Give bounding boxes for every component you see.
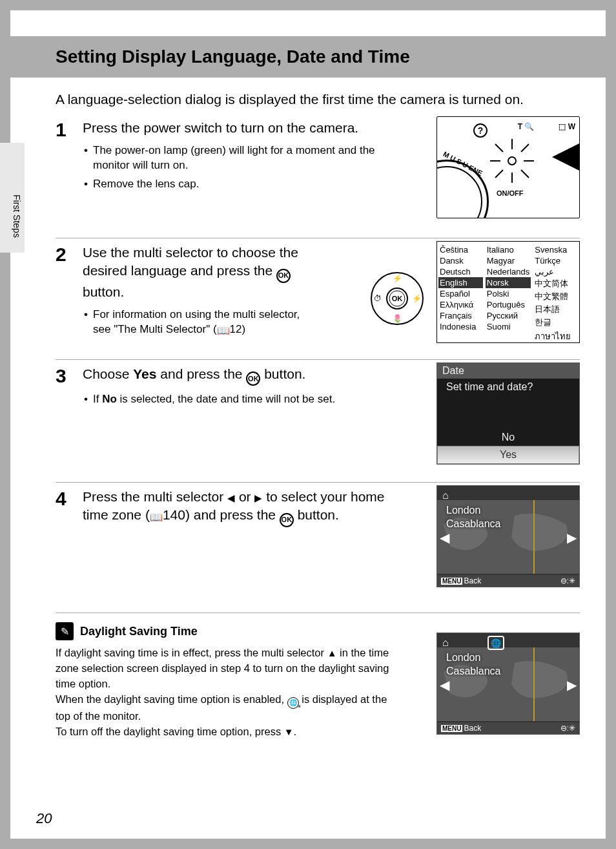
svg-text:⚡: ⚡ [412,293,422,303]
panel-prompt: Set time and date? [437,379,579,395]
lang-option[interactable]: Türkçe [533,255,578,266]
step-number: 1 [56,119,80,229]
svg-point-0 [508,157,516,165]
step-bullet: The power-on lamp (green) will light for… [83,143,393,173]
step-heading: Press the power switch to turn on the ca… [83,119,412,137]
nav-left-icon[interactable]: ◀ [440,530,449,545]
down-triangle-icon: ▼ [284,726,294,737]
svg-text:OK: OK [392,295,403,302]
language-selection-panel: Čeština Dansk Deutsch English Español Ελ… [436,241,580,343]
menu-tag[interactable]: MENU [441,578,462,585]
lang-option[interactable]: Español [438,288,483,299]
dst-globe-icon: 🌐 [287,697,299,709]
step-1: 1 Press the power switch to turn on the … [56,114,580,238]
lang-option[interactable]: Русский [486,310,531,321]
svg-line-5 [495,144,503,152]
daylight-saving-section: ✎ Daylight Saving Time If daylight savin… [56,613,580,755]
svg-line-8 [495,170,503,178]
step-3: 3 Choose Yes and press the OK button. If… [56,359,580,482]
option-yes-selected[interactable]: Yes [437,446,579,464]
section-title: Setting Display Language, Date and Time [56,47,410,67]
lang-option[interactable]: Indonesia [438,321,483,332]
lang-option[interactable]: Svenska [533,244,578,255]
ok-button-icon: OK [246,372,260,386]
svg-text:⚡: ⚡ [393,273,402,283]
timezone-panel-dst: ⌂ 🌐 London Casablanca ◀ ▶ MENUBack ⊖:✳ [436,633,580,735]
page-number: 20 [36,810,52,827]
right-triangle-icon: ▶ [254,492,262,503]
step-bullet: For information on using the multi selec… [83,308,302,338]
manual-ref-icon: 📖 [150,512,163,523]
step-number: 2 [56,244,80,350]
home-icon: ⌂ [442,490,449,501]
note-icon: ✎ [56,622,74,640]
nav-right-icon[interactable]: ▶ [567,530,577,545]
lang-option[interactable]: Polski [486,288,531,299]
svg-text:⏱: ⏱ [374,294,382,303]
lang-option[interactable]: Norsk [486,277,531,288]
lang-option[interactable]: Dansk [438,255,483,266]
lang-option[interactable]: Português [486,299,531,310]
nav-left-icon[interactable]: ◀ [440,677,449,693]
timezone-city: London Casablanca [446,651,501,678]
help-icon: ? [473,123,488,138]
panel-title: Date [437,363,579,379]
lang-option[interactable]: Čeština [438,244,483,255]
ok-button-icon: OK [280,513,294,527]
arrow-left-icon [552,143,580,171]
step-number: 3 [56,365,80,473]
lang-option[interactable]: Italiano [486,244,531,255]
lang-col-1: Čeština Dansk Deutsch English Español Ελ… [437,242,484,342]
lang-option[interactable]: Nederlands [486,266,531,277]
step-bullet: If No is selected, the date and time wil… [83,392,393,407]
left-triangle-icon: ◀ [227,492,235,503]
lang-col-3: Svenska Türkçe عربي 中文简体 中文繁體 日本語 한글 ภาษ… [532,242,579,342]
up-triangle-icon: ▲ [327,647,337,658]
step-4: 4 Press the multi selector ◀ or ▶ to sel… [56,482,580,609]
lang-option[interactable]: Deutsch [438,266,483,277]
intro-text: A language-selection dialog is displayed… [56,92,559,107]
chapter-tab: First Steps [0,143,25,253]
step-2: 2 Use the multi selector to choose the d… [56,238,580,359]
step-heading: Use the multi selector to choose the des… [83,244,328,301]
svg-text:🌷: 🌷 [393,313,402,323]
lang-option[interactable]: 日本語 [533,303,578,316]
multi-selector-illustration: OK ⚡ 🌷 ⏱ ⚡ [369,271,425,326]
timezone-panel: ⌂ London Casablanca ◀ ▶ MENUBack ⊖:✳ [436,485,580,587]
option-no[interactable]: No [437,429,579,446]
dst-enabled-icon: 🌐 [488,636,504,650]
lang-option[interactable]: ภาษาไทย [533,329,578,344]
steps-area: 1 Press the power switch to turn on the … [56,114,580,800]
lang-option[interactable]: Magyar [486,255,531,266]
power-switch-icon [486,135,538,187]
lang-option-selected[interactable]: English [438,277,483,288]
onoff-label: ON/OFF [497,189,524,197]
lang-option[interactable]: Ελληνικά [438,299,483,310]
dst-indicator-icon: ⊖:✳ [560,724,575,733]
lang-option[interactable]: 中文繁體 [533,290,578,303]
section-header: Setting Display Language, Date and Time [10,36,606,78]
step-heading: Choose Yes and press the OK button. [83,365,412,386]
manual-ref-icon: 📖 [217,325,230,336]
lang-option[interactable]: 中文简体 [533,277,578,290]
step-bullet: Remove the lens cap. [83,177,393,192]
dst-body-text: If daylight saving time is in effect, pr… [56,645,398,740]
svg-line-6 [521,170,529,178]
date-prompt-panel: Date Set time and date? No Yes [436,362,580,465]
camera-top-illustration: M U S U ENE ? T 🔍 ⬚ W ON/OFF [436,116,580,218]
ok-button-icon: OK [276,269,291,283]
svg-line-7 [521,144,529,152]
lang-option[interactable]: عربي [533,266,578,277]
zoom-labels: T 🔍 ⬚ W [518,122,575,131]
lang-option[interactable]: Français [438,310,483,321]
chapter-tab-label: First Steps [12,194,22,238]
nav-right-icon[interactable]: ▶ [567,677,577,693]
dst-indicator-icon: ⊖:✳ [560,576,575,585]
lang-option[interactable]: Suomi [486,321,531,332]
lang-col-2: Italiano Magyar Nederlands Norsk Polski … [484,242,533,342]
menu-tag[interactable]: MENU [441,725,462,732]
step-heading: Press the multi selector ◀ or ▶ to selec… [83,488,412,527]
manual-page: Setting Display Language, Date and Time … [10,10,606,839]
lang-option[interactable]: 한글 [533,316,578,329]
timezone-city: London Casablanca [446,504,501,531]
